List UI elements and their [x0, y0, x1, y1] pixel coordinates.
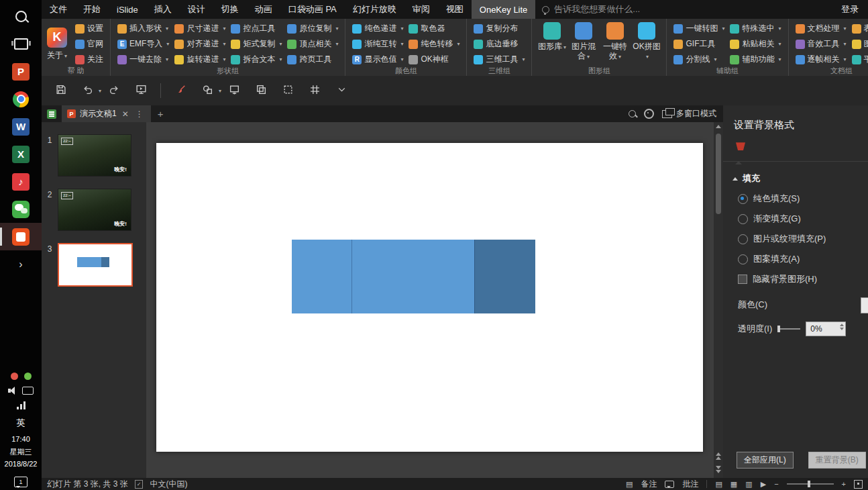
menu-tab-1[interactable]: 开始	[75, 0, 109, 19]
fill-option-2[interactable]: 图片或纹理填充(P)	[738, 233, 868, 245]
transparency-slider[interactable]	[777, 328, 800, 330]
table-tools-button[interactable]: 表格工	[849, 21, 868, 36]
menu-tab-0[interactable]: 文件	[42, 0, 75, 19]
tray-red-app-icon[interactable]	[11, 373, 18, 380]
solid-color-step-button[interactable]: 纯色递进▾	[349, 21, 406, 36]
gradient-solid-convert-button[interactable]: 渐纯互转▾	[349, 36, 406, 52]
audio-tools-button[interactable]: 音效工具▾	[793, 36, 849, 52]
settings-button[interactable]: 设置	[72, 21, 106, 36]
menu-tab-5[interactable]: 切换	[213, 0, 247, 19]
special-select-button[interactable]: 特殊选中▾	[727, 21, 783, 36]
ok-magic-frame-button[interactable]: OK神框	[406, 52, 462, 67]
menu-tab-8[interactable]: 幻灯片放映	[345, 0, 404, 19]
fit-to-window-icon[interactable]	[854, 480, 863, 489]
slide-thumbnail-3[interactable]	[58, 243, 133, 287]
login-button[interactable]: 登录	[832, 0, 868, 19]
slideshow-button[interactable]	[131, 81, 151, 101]
emf-import-button[interactable]: EEMF导入▾	[115, 36, 172, 52]
document-tools-button[interactable]: 文档处理▾	[793, 21, 849, 36]
copy-in-place-button[interactable]: 原位复制▾	[284, 21, 341, 36]
save-button[interactable]	[50, 81, 70, 101]
ok-puzzle-button[interactable]: OK拼图▾	[631, 21, 662, 62]
powerpoint-icon[interactable]: P	[0, 58, 42, 85]
menu-tab-11[interactable]: OneKey Lite	[472, 0, 536, 19]
fill-option-0[interactable]: 纯色填充(S)	[738, 193, 868, 205]
fill-section-header[interactable]: 填充	[733, 173, 868, 185]
color-picker-button[interactable]: 取色器	[406, 21, 462, 36]
word-icon[interactable]: W	[0, 113, 42, 140]
new-slide-button[interactable]	[224, 81, 244, 101]
scroll-up-icon[interactable]	[716, 125, 721, 128]
excel-icon[interactable]: X	[0, 140, 42, 168]
scrollbar-thumb[interactable]	[716, 134, 721, 214]
undo-button[interactable]: ▾	[77, 81, 97, 101]
slideshow-view-icon[interactable]: ▶	[761, 480, 766, 489]
menu-tab-7[interactable]: 口袋动画 PA	[280, 0, 345, 19]
radio-button[interactable]	[738, 254, 748, 264]
three-d-tools-button[interactable]: 三维工具▾	[471, 52, 527, 67]
chart-tools-button[interactable]: 图表工	[849, 36, 868, 52]
slide-list-icon[interactable]	[47, 109, 56, 119]
slide-thumbnail-1[interactable]: 22:~晚安!	[58, 134, 131, 177]
network-signal-icon[interactable]	[23, 401, 25, 409]
grid-button[interactable]	[305, 81, 325, 101]
document-tab[interactable]: P 演示文稿1 ✕ ⋮	[62, 105, 151, 122]
taskbar-clock[interactable]: 17:40 星期三 2018/8/22	[5, 433, 38, 471]
image-blend-button[interactable]: 图片混合▾	[567, 21, 599, 62]
search-icon[interactable]	[0, 3, 42, 30]
zoom-in-icon[interactable]: +	[842, 480, 846, 488]
paste-tools-button[interactable]: 粘贴相关▾	[727, 36, 783, 52]
apply-to-all-button[interactable]: 全部应用(L)	[737, 452, 794, 469]
handle-tool-button[interactable]: 控点工具	[228, 21, 284, 36]
previous-slide-button[interactable]	[716, 450, 721, 462]
reset-background-button[interactable]: 重置背景(B)	[808, 452, 866, 469]
insert-shape-button[interactable]: 插入形状▾	[115, 21, 172, 36]
color-dropdown-button[interactable]	[861, 297, 868, 313]
customize-toolbar-button[interactable]	[331, 81, 351, 101]
one-key-remove-button[interactable]: 一键去除▾	[115, 52, 172, 67]
shapes-button[interactable]: ▾	[197, 81, 217, 101]
matrix-copy-button[interactable]: 矩式复制▾	[228, 36, 284, 52]
format-painter-button[interactable]	[170, 81, 191, 101]
hide-background-checkbox[interactable]	[738, 275, 747, 284]
radio-button[interactable]	[738, 194, 748, 204]
vertex-tools-button[interactable]: 顶点相关▾	[284, 36, 341, 52]
keyboard-icon[interactable]	[22, 387, 34, 395]
spell-check-icon[interactable]: ✓	[135, 480, 144, 489]
shape-library-button[interactable]: 图形库▾	[536, 21, 567, 62]
next-slide-button[interactable]	[716, 464, 721, 475]
split-merge-text-button[interactable]: 拆合文本▾	[228, 52, 284, 67]
reading-view-icon[interactable]: ▥	[745, 480, 752, 489]
menu-tab-3[interactable]: 插入	[146, 0, 180, 19]
convert-to-image-button[interactable]: 一键转图▾	[671, 21, 727, 36]
smooth-transition-button[interactable]: 平滑	[849, 52, 868, 67]
show-color-value-button[interactable]: R显示色值▾	[349, 52, 406, 67]
tray-green-app-icon[interactable]	[24, 373, 32, 380]
copy-distribute-button[interactable]: 复制分布	[471, 21, 527, 36]
radio-button[interactable]	[738, 214, 748, 224]
wechat-icon[interactable]	[0, 195, 42, 223]
notes-toggle[interactable]: 备注	[641, 479, 657, 490]
align-step-button[interactable]: 对齐递进▾	[172, 36, 228, 52]
hide-background-checkbox-row[interactable]: 隐藏背景图形(H)	[738, 273, 868, 285]
menu-tab-9[interactable]: 审阅	[404, 0, 438, 19]
menu-tab-10[interactable]: 视图	[438, 0, 472, 19]
multi-window-mode-button[interactable]: 多窗口模式	[662, 108, 716, 119]
cross-page-tool-button[interactable]: 跨页工具	[284, 52, 341, 67]
about-button[interactable]: K关于▾	[46, 21, 68, 67]
task-view-icon[interactable]	[0, 30, 42, 58]
size-step-button[interactable]: 尺寸递进▾	[172, 21, 228, 36]
normal-view-icon[interactable]: ▤	[715, 480, 722, 489]
language-indicator[interactable]: 中文(中国)	[150, 479, 187, 490]
transparency-slider-handle[interactable]	[777, 326, 780, 332]
transparency-value-box[interactable]: 0%	[806, 322, 846, 336]
frame-tools-button[interactable]: 逐帧相关▾	[793, 52, 849, 67]
gif-tool-button[interactable]: GIF工具	[671, 36, 727, 52]
zoom-slider-handle[interactable]	[808, 481, 810, 487]
follow-button[interactable]: 关注	[72, 52, 106, 67]
ime-indicator[interactable]: 英	[17, 417, 25, 429]
menu-tab-2[interactable]: iSlide	[109, 0, 146, 19]
new-tab-button[interactable]: +	[151, 108, 170, 119]
close-tab-icon[interactable]: ✕	[121, 109, 130, 119]
website-button[interactable]: 官网	[72, 36, 106, 52]
